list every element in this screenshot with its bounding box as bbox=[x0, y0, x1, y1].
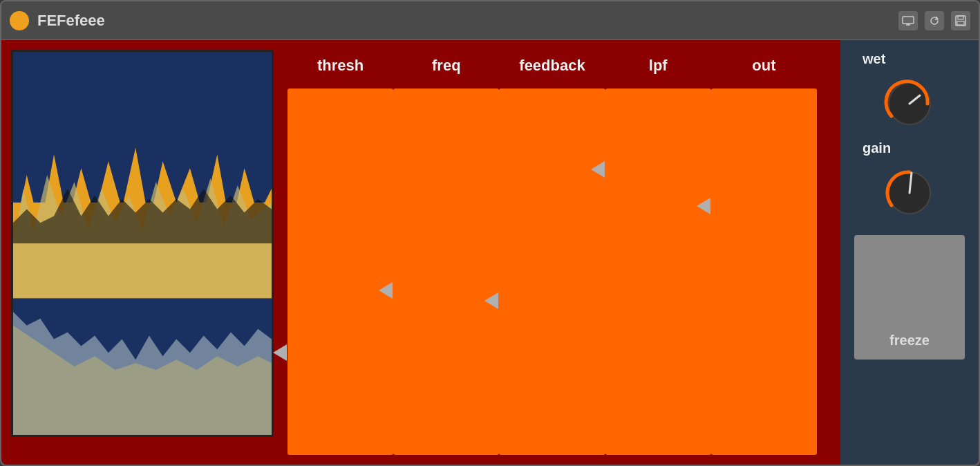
thresh-track-container[interactable] bbox=[288, 88, 393, 455]
wet-knob-container[interactable] bbox=[878, 73, 941, 135]
feedback-track-container[interactable] bbox=[499, 88, 605, 455]
save-icon bbox=[955, 15, 966, 26]
feedback-slider-col: feedback bbox=[499, 50, 605, 455]
wet-label: wet bbox=[863, 51, 885, 67]
freq-handle[interactable] bbox=[379, 282, 393, 299]
refresh-icon bbox=[928, 15, 941, 27]
title-buttons bbox=[898, 11, 970, 30]
wet-knob[interactable] bbox=[882, 76, 937, 131]
feedback-track bbox=[499, 88, 605, 455]
main-area: thresh freq bbox=[1, 40, 979, 465]
main-window: FEFefeee bbox=[0, 0, 980, 466]
thresh-label: thresh bbox=[317, 57, 364, 75]
left-panel: thresh freq bbox=[1, 40, 840, 465]
thresh-track bbox=[288, 88, 393, 455]
gain-label: gain bbox=[863, 140, 891, 156]
lpf-label: lpf bbox=[649, 57, 668, 75]
lpf-slider-col: lpf bbox=[605, 50, 711, 455]
sliders-area: thresh freq bbox=[274, 50, 831, 455]
monitor-icon bbox=[902, 16, 914, 26]
refresh-button[interactable] bbox=[925, 11, 944, 30]
feedback-handle[interactable] bbox=[484, 292, 498, 309]
window-dot bbox=[10, 11, 29, 30]
freq-track bbox=[393, 88, 499, 455]
feedback-label: feedback bbox=[519, 57, 585, 75]
svg-rect-0 bbox=[903, 17, 914, 24]
right-panel: wet gain bbox=[840, 40, 979, 465]
waveform-display bbox=[11, 50, 274, 437]
lpf-track-container[interactable] bbox=[605, 88, 711, 455]
lpf-handle[interactable] bbox=[591, 161, 605, 178]
thresh-slider-col: thresh bbox=[288, 50, 393, 455]
out-track bbox=[711, 88, 817, 455]
freeze-label: freeze bbox=[889, 333, 930, 348]
freq-track-container[interactable] bbox=[393, 88, 499, 455]
freq-label: freq bbox=[432, 57, 461, 75]
waveform-svg bbox=[13, 52, 272, 435]
freeze-button[interactable]: freeze bbox=[854, 235, 965, 360]
freq-slider-col: freq bbox=[393, 50, 499, 455]
svg-rect-5 bbox=[957, 21, 964, 25]
out-label: out bbox=[752, 57, 775, 75]
out-track-container[interactable] bbox=[711, 88, 817, 455]
gain-knob[interactable] bbox=[882, 165, 937, 221]
thresh-handle[interactable] bbox=[273, 344, 287, 361]
title-bar: FEFefeee bbox=[1, 1, 979, 40]
monitor-button[interactable] bbox=[898, 11, 918, 30]
save-button[interactable] bbox=[951, 11, 970, 30]
window-title: FEFefeee bbox=[37, 12, 898, 30]
gain-knob-container[interactable] bbox=[878, 162, 941, 224]
lpf-track bbox=[605, 88, 711, 455]
out-slider-col: out bbox=[711, 50, 817, 455]
out-handle[interactable] bbox=[697, 198, 710, 214]
